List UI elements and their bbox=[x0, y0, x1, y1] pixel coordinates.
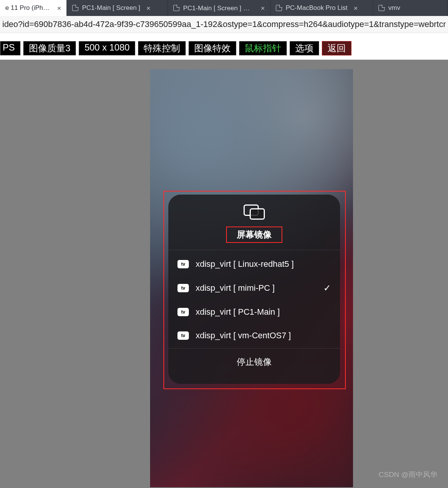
airplay-device[interactable]: tv xdisp_virt [ mimi-PC ] ✓ bbox=[168, 276, 340, 300]
remote-screen-stage: 屏幕镜像 tv xdisp_virt [ Linux-redhat5 ] tv … bbox=[0, 60, 448, 488]
device-name: xdisp_virt [ Linux-redhat5 ] bbox=[196, 259, 331, 269]
browser-tab[interactable]: PC1-Main [ Screen ] 苹果 × bbox=[168, 0, 271, 16]
appletv-icon: tv bbox=[177, 260, 189, 268]
airplay-device[interactable]: tv xdisp_virt [ PC1-Main ] bbox=[168, 300, 340, 324]
browser-tab[interactable]: PC1-Main [ Screen ] × bbox=[67, 0, 168, 16]
close-icon[interactable]: × bbox=[146, 5, 150, 12]
airplay-device[interactable]: tv xdisp_virt [ vm-CentOS7 ] bbox=[168, 324, 340, 347]
browser-tab[interactable]: vmv bbox=[373, 0, 448, 16]
tab-title: PC1-Main [ Screen ] bbox=[82, 4, 140, 12]
appletv-icon: tv bbox=[177, 331, 189, 340]
browser-tab[interactable]: e 11 Pro (iPhone12,3 × bbox=[0, 0, 67, 16]
address-bar[interactable]: ideo?id=690b7836-ab4d-472a-9f39-c7396505… bbox=[0, 16, 448, 33]
appletv-icon: tv bbox=[177, 284, 189, 292]
page-icon bbox=[173, 5, 179, 11]
address-text: ideo?id=690b7836-ab4d-472a-9f39-c7396505… bbox=[2, 19, 446, 29]
screen-mirroring-icon bbox=[244, 204, 265, 220]
fps-button[interactable]: PS bbox=[0, 41, 21, 55]
appletv-icon: tv bbox=[177, 308, 189, 316]
mouse-pointer-button[interactable]: 鼠标指针 bbox=[239, 41, 287, 55]
tab-title: vmv bbox=[388, 4, 400, 12]
stop-mirroring-button[interactable]: 停止镜像 bbox=[168, 348, 340, 377]
close-icon[interactable]: × bbox=[57, 5, 61, 12]
airplay-device-list: tv xdisp_virt [ Linux-redhat5 ] tv xdisp… bbox=[168, 250, 340, 348]
page-icon bbox=[276, 5, 282, 11]
device-name: xdisp_virt [ mimi-PC ] bbox=[196, 283, 317, 293]
close-icon[interactable]: × bbox=[354, 5, 358, 12]
airplay-header: 屏幕镜像 bbox=[168, 195, 340, 250]
control-toolbar: PS 图像质量3 500 x 1080 特殊控制 图像特效 鼠标指针 选项 返回 bbox=[0, 40, 448, 60]
image-quality-button[interactable]: 图像质量3 bbox=[23, 41, 76, 55]
device-name: xdisp_virt [ PC1-Main ] bbox=[196, 307, 331, 317]
iphone-screen[interactable]: 屏幕镜像 tv xdisp_virt [ Linux-redhat5 ] tv … bbox=[150, 69, 353, 487]
browser-tab-strip: e 11 Pro (iPhone12,3 × PC1-Main [ Screen… bbox=[0, 0, 448, 16]
tab-title: PC1-Main [ Screen ] 苹果 bbox=[183, 4, 255, 13]
page-icon bbox=[378, 5, 385, 11]
image-effects-button[interactable]: 图像特效 bbox=[188, 41, 236, 55]
special-control-button[interactable]: 特殊控制 bbox=[138, 41, 186, 55]
device-name: xdisp_virt [ vm-CentOS7 ] bbox=[196, 331, 331, 341]
tab-title: e 11 Pro (iPhone12,3 bbox=[5, 4, 51, 12]
close-icon[interactable]: × bbox=[261, 5, 265, 12]
watermark: CSDN @雨中风华 bbox=[379, 470, 437, 480]
back-button[interactable]: 返回 bbox=[322, 41, 351, 55]
airplay-title: 屏幕镜像 bbox=[226, 227, 282, 243]
checkmark-icon: ✓ bbox=[323, 283, 331, 293]
airplay-device[interactable]: tv xdisp_virt [ Linux-redhat5 ] bbox=[168, 252, 340, 276]
browser-tab[interactable]: PC-MacBook Pro List × bbox=[271, 0, 373, 16]
resolution-button[interactable]: 500 x 1080 bbox=[79, 41, 135, 55]
options-button[interactable]: 选项 bbox=[290, 41, 319, 55]
airplay-panel: 屏幕镜像 tv xdisp_virt [ Linux-redhat5 ] tv … bbox=[168, 195, 340, 384]
page-icon bbox=[72, 5, 78, 11]
tab-title: PC-MacBook Pro List bbox=[286, 4, 348, 12]
